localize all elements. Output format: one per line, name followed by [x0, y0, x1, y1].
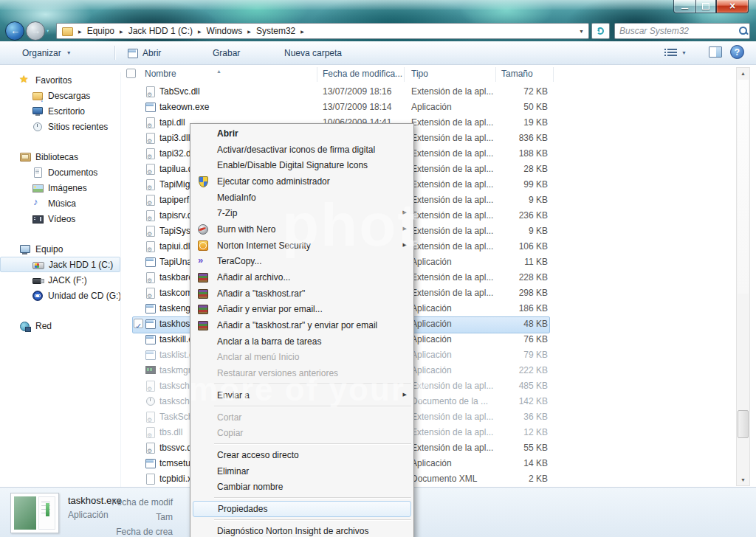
sidebar-item[interactable]: Vídeos: [0, 211, 120, 226]
help-button[interactable]: ?: [730, 45, 744, 59]
search-icon[interactable]: [738, 26, 749, 36]
sidebar-item-label: Sitios recientes: [48, 122, 108, 132]
column-header-type[interactable]: Tipo: [411, 69, 428, 79]
context-menu-item[interactable]: [214, 384, 411, 385]
context-menu-item[interactable]: Diagnóstico Norton Insight de archivos: [190, 523, 413, 537]
column-header-date[interactable]: Fecha de modifica...: [323, 69, 402, 79]
context-menu-item[interactable]: Anclar a la barra de tareas: [190, 333, 413, 350]
context-menu-item[interactable]: Propiedades: [193, 501, 411, 517]
sidebar-item[interactable]: JACK (F:): [0, 272, 120, 288]
select-all-checkbox[interactable]: [126, 69, 136, 78]
sidebar-item[interactable]: Escritorio: [0, 103, 120, 119]
context-menu-item[interactable]: Añadir a "taskhost.rar": [190, 285, 413, 302]
context-menu-item[interactable]: Enable/Disable Digital Signature Icons: [190, 157, 413, 173]
history-dropdown-icon[interactable]: ▾: [47, 28, 49, 34]
context-menu-item[interactable]: Eliminar: [190, 463, 413, 479]
burn-label: Grabar: [213, 48, 240, 58]
column-header-name[interactable]: Nombre: [145, 69, 176, 79]
burn-button[interactable]: Grabar: [213, 41, 240, 64]
sidebar-item[interactable]: Unidad de CD (G:) In: [0, 288, 120, 303]
scrollbar-thumb[interactable]: [738, 410, 749, 438]
sidebar-item[interactable]: Documentos: [0, 164, 120, 180]
context-menu-item[interactable]: Anclar al menú Inicio: [190, 350, 413, 366]
search-input[interactable]: [615, 26, 738, 36]
search-box[interactable]: [614, 23, 750, 39]
sidebar-item[interactable]: Favoritos: [0, 72, 120, 88]
context-menu-item[interactable]: [214, 497, 411, 499]
file-size: 76 KB: [464, 332, 548, 347]
context-menu-item[interactable]: Cambiar nombre: [190, 479, 413, 495]
sidebar-item[interactable]: Música: [0, 195, 120, 211]
column-divider[interactable]: [404, 67, 405, 82]
breadcrumb-segment[interactable]: Equipo: [73, 26, 114, 36]
context-menu-item[interactable]: Añadir a "taskhost.rar" y enviar por ema…: [190, 317, 413, 333]
sidebar-item[interactable]: Imágenes: [0, 180, 120, 195]
scroll-down-icon[interactable]: ▼: [737, 474, 749, 485]
address-dropdown-icon[interactable]: ▼: [579, 29, 584, 34]
close-button[interactable]: [716, 0, 749, 13]
context-menu-item[interactable]: Crear acceso directo: [190, 447, 413, 463]
breadcrumb-trailing-arrow-icon[interactable]: ▶: [300, 29, 304, 34]
menu-item-icon: [197, 367, 209, 379]
table-row[interactable]: takeown.exe 13/07/2009 18:14 Aplicación …: [122, 100, 735, 115]
context-menu-item[interactable]: 7-Zip: [190, 205, 413, 221]
scrollbar-track[interactable]: [738, 80, 749, 294]
organize-button[interactable]: Organizar ▼: [22, 41, 72, 64]
context-menu-item[interactable]: Burn with Nero: [190, 221, 413, 238]
menu-item-label: Burn with Nero: [217, 224, 275, 235]
context-menu-item[interactable]: Abrir: [190, 125, 413, 142]
sidebar-item-label: Unidad de CD (G:) In: [48, 291, 120, 301]
breadcrumb-segment[interactable]: System32: [242, 26, 295, 36]
context-menu-item[interactable]: Ejecutar como administrador: [190, 173, 413, 190]
breadcrumb-segment[interactable]: Jack HDD 1 (C:): [114, 26, 193, 36]
sidebar-item-label: Imágenes: [48, 183, 87, 193]
refresh-button[interactable]: [591, 23, 610, 39]
sidebar-item[interactable]: Equipo: [0, 241, 120, 257]
open-button[interactable]: Abrir: [127, 41, 161, 64]
new-folder-button[interactable]: Nueva carpeta: [284, 41, 342, 64]
file-size: 485 KB: [464, 378, 548, 394]
scroll-up-icon[interactable]: ▲: [737, 68, 749, 79]
sidebar-item[interactable]: Jack HDD 1 (C:): [0, 257, 120, 272]
context-menu-item[interactable]: [214, 406, 411, 407]
preview-pane-button[interactable]: [709, 46, 722, 58]
context-menu-item[interactable]: Activar/desactivar iconos de firma digit…: [190, 142, 413, 158]
column-divider[interactable]: [317, 67, 317, 82]
file-icon: [145, 411, 157, 423]
file-icon: [145, 117, 157, 128]
breadcrumb[interactable]: EquipoJack HDD 1 (C:)WindowsSystem32 ▶ ▼: [56, 23, 589, 39]
menu-item-label: 7-Zip: [217, 208, 237, 218]
column-divider[interactable]: [553, 67, 554, 82]
context-menu-item[interactable]: Añadir y enviar por email...: [190, 302, 413, 318]
context-menu-item[interactable]: Restaurar versiones anteriores: [190, 365, 413, 381]
forward-button[interactable]: [26, 21, 45, 41]
context-menu-item[interactable]: Enviar a: [190, 387, 413, 403]
sidebar-item[interactable]: Red: [0, 318, 120, 333]
sidebar-item[interactable]: Sitios recientes: [0, 119, 120, 134]
window-controls: [673, 0, 749, 13]
context-menu-item[interactable]: Cortar: [190, 409, 413, 426]
back-button[interactable]: [5, 21, 24, 41]
column-divider[interactable]: [495, 67, 496, 82]
maximize-button[interactable]: [695, 0, 716, 13]
new-folder-label: Nueva carpeta: [284, 48, 342, 58]
context-menu-item[interactable]: Norton Internet Security: [190, 238, 413, 254]
context-menu-item[interactable]: [214, 519, 411, 521]
vertical-scrollbar[interactable]: ▲ ▼: [736, 67, 750, 486]
minimize-button[interactable]: [673, 0, 695, 13]
sidebar-item[interactable]: Descargas: [0, 88, 120, 103]
context-menu-item[interactable]: MediaInfo: [190, 190, 413, 206]
menu-item-icon: [197, 465, 209, 477]
sidebar-item-icon: [32, 290, 44, 302]
context-menu-item[interactable]: [214, 443, 411, 445]
breadcrumb-segment[interactable]: Windows: [193, 26, 242, 36]
column-header-size[interactable]: Tamaño: [501, 69, 533, 79]
table-row[interactable]: TabSvc.dll 13/07/2009 18:16 Extensión de…: [122, 84, 735, 100]
row-checkbox[interactable]: [134, 319, 143, 328]
context-menu-item[interactable]: Copiar: [190, 425, 413, 441]
context-menu-item[interactable]: Añadir al archivo...: [190, 269, 413, 285]
menu-item-label: Cambiar nombre: [217, 482, 283, 492]
context-menu-item[interactable]: TeraCopy...: [190, 254, 413, 270]
sidebar-item[interactable]: Bibliotecas: [0, 149, 120, 164]
views-button[interactable]: ▼: [664, 45, 694, 60]
